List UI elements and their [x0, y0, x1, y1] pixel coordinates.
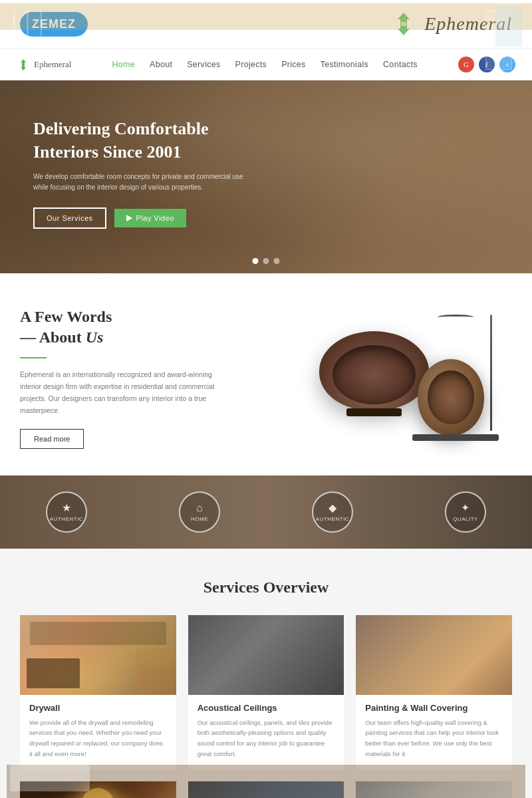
badge-circle-home: ⌂ HOME — [179, 491, 220, 533]
nav-link-contacts[interactable]: Contacts — [383, 60, 418, 69]
egg-chair-body — [418, 359, 484, 436]
badges-section: ★ AUTHENTIC ⌂ HOME ◆ AUTHENTIC ✦ QUALITY — [0, 475, 532, 549]
service-desc-drywall: We provide all of the drywall and remode… — [29, 718, 167, 759]
social-google[interactable]: G — [458, 57, 474, 72]
about-section: A Few Words — About Us Ephemeral is an i… — [0, 273, 532, 475]
about-text: A Few Words — About Us Ephemeral is an i… — [20, 307, 219, 449]
about-divider — [20, 357, 47, 358]
bowl-chair-interior — [332, 345, 416, 404]
read-more-button[interactable]: Read more — [20, 429, 84, 449]
badge-home: ⌂ HOME — [179, 491, 220, 533]
service-name-drywall: Drywall — [29, 703, 167, 713]
dot-3[interactable] — [274, 258, 280, 264]
services-section: Services Overview Drywall We provide all… — [0, 549, 532, 798]
play-video-button[interactable]: Play Video — [114, 209, 186, 227]
bowl-chair-base — [346, 408, 402, 416]
hero-section: Delivering Comfortable Interiors Since 2… — [0, 80, 532, 273]
badge-circle-authentic2: ◆ AUTHENTIC — [312, 491, 353, 533]
badge-authentic: ★ AUTHENTIC — [46, 491, 87, 533]
service-name-ceilings: Acoustical Ceilings — [198, 703, 335, 713]
hero-subtitle: We develop comfortable room concepts for… — [33, 172, 246, 193]
about-title: A Few Words — About Us — [20, 307, 219, 348]
service-desc-ceilings: Our acoustical ceilings, panels, and til… — [198, 718, 335, 759]
service-desc-painting: Our team offers high-quality wall coveri… — [365, 718, 503, 759]
play-icon — [126, 215, 132, 221]
nav-link-prices[interactable]: Prices — [281, 60, 306, 69]
hero-buttons: Our Services Play Video — [33, 207, 246, 229]
services-title: Services Overview — [20, 579, 512, 597]
egg-chair-interior — [428, 370, 474, 424]
hanging-arc — [438, 315, 474, 320]
hanging-pole — [490, 315, 492, 431]
our-services-button[interactable]: Our Services — [33, 207, 106, 229]
service-img-drywall — [20, 615, 176, 695]
badge-authentic2: ◆ AUTHENTIC — [312, 491, 353, 533]
service-name-painting: Painting & Wall Covering — [365, 703, 503, 713]
service-img-ceilings — [188, 615, 344, 695]
hero-dots — [253, 258, 280, 264]
hanging-stand-base — [412, 434, 499, 441]
service-card-painting: Painting & Wall Covering Our team offers… — [356, 615, 512, 770]
dot-1[interactable] — [253, 258, 259, 264]
service-img-painting — [356, 615, 512, 695]
hero-title: Delivering Comfortable Interiors Since 2… — [33, 117, 246, 164]
badge-circle-authentic: ★ AUTHENTIC — [46, 491, 87, 533]
hero-content: Delivering Comfortable Interiors Since 2… — [0, 80, 279, 229]
nav-brand: Ephemeral — [17, 58, 71, 71]
nav-link-projects[interactable]: Projects — [235, 60, 267, 69]
badge-quality: ✦ QUALITY — [445, 491, 486, 533]
service-info-painting: Painting & Wall Covering Our team offers… — [356, 695, 512, 770]
hanging-chair — [412, 315, 499, 441]
nav-link-testimonials[interactable]: Testimonials — [321, 60, 368, 69]
nav-links: Home About Services Projects Prices Test… — [112, 60, 418, 69]
service-card-drywall: Drywall We provide all of the drywall an… — [20, 615, 176, 770]
nav-link-home[interactable]: Home — [112, 60, 136, 69]
nav-link-about[interactable]: About — [150, 60, 172, 69]
service-card-ceilings: Acoustical Ceilings Our acoustical ceili… — [188, 615, 344, 770]
badge-circle-quality: ✦ QUALITY — [445, 491, 486, 533]
about-furniture — [286, 315, 512, 441]
about-desc: Ephemeral is an internationally recogniz… — [20, 369, 219, 416]
navbar: Ephemeral Home About Services Projects P… — [0, 49, 532, 80]
services-grid: Drywall We provide all of the drywall an… — [20, 615, 512, 798]
dot-2[interactable] — [263, 258, 269, 264]
service-info-ceilings: Acoustical Ceilings Our acoustical ceili… — [188, 695, 344, 770]
nav-link-services[interactable]: Services — [187, 60, 220, 69]
